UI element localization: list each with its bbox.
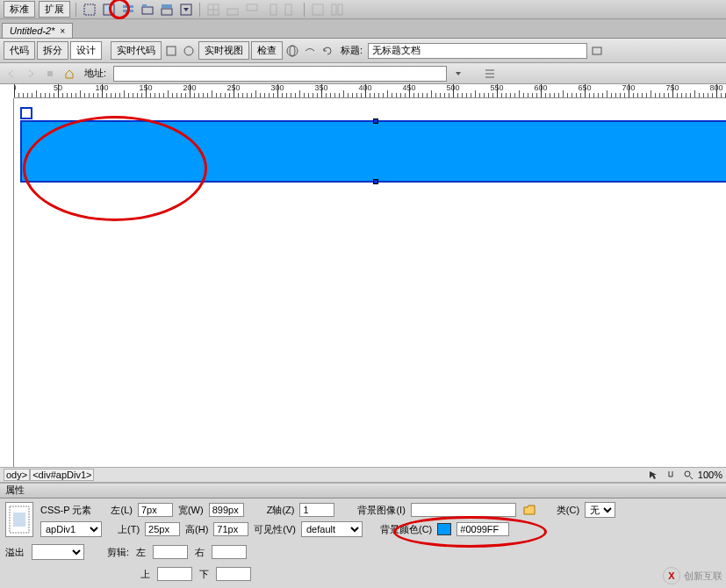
refresh-icon[interactable] — [320, 43, 335, 59]
svg-rect-17 — [313, 4, 323, 15]
standard-button[interactable]: 标准 — [4, 1, 35, 18]
split-view-button[interactable]: 拆分 — [37, 41, 68, 60]
clip-top-input[interactable] — [157, 567, 192, 581]
svg-rect-32 — [13, 513, 25, 527]
width-label: 宽(W) — [178, 504, 204, 517]
address-input[interactable] — [113, 66, 447, 82]
folder-icon[interactable] — [521, 502, 537, 518]
class-label: 类(C) — [557, 504, 579, 517]
apdiv-anchor-icon[interactable] — [20, 107, 32, 119]
globe-icon[interactable] — [284, 43, 300, 59]
clip-right-input[interactable] — [212, 545, 247, 559]
vertical-ruler — [0, 98, 14, 467]
code-view-button[interactable]: 代码 — [4, 41, 35, 60]
bgcolor-label: 背景颜色(C) — [380, 523, 432, 536]
address-dropdown-icon[interactable] — [450, 66, 466, 82]
bgimg-input[interactable] — [411, 503, 516, 517]
table-icon — [205, 2, 221, 18]
design-canvas[interactable] — [14, 98, 726, 467]
spry-collapse-icon[interactable] — [178, 2, 194, 18]
spry-accordion-icon[interactable] — [159, 2, 175, 18]
svg-rect-7 — [162, 4, 172, 8]
properties-panel-title[interactable]: 属性 — [0, 483, 726, 498]
top-input[interactable] — [145, 522, 180, 536]
design-view-button[interactable]: 设计 — [70, 41, 102, 60]
clip-bottom-label: 下 — [199, 568, 209, 581]
document-tab[interactable]: Untitled-2* × — [2, 23, 73, 38]
tag-div[interactable]: <div#apDiv1> — [30, 469, 94, 481]
design-canvas-container: 0501001502002503003504004505005506006507… — [0, 84, 726, 467]
vis-select[interactable]: default — [301, 521, 363, 537]
watermark-text: 创新互联 — [684, 570, 722, 583]
livecode-toggle-icon[interactable] — [181, 43, 197, 59]
browse-icon[interactable] — [589, 43, 605, 59]
properties-panel: CSS-P 元素 左(L) 宽(W) Z轴(Z) 背景图像(I) 类(C) 无 … — [0, 498, 726, 541]
document-toolbar: 代码 拆分 设计 实时代码 实时视图 检查 标题: — [0, 39, 726, 63]
separator — [199, 3, 200, 17]
extend-button[interactable]: 扩展 — [39, 1, 70, 18]
bgcolor-swatch[interactable] — [437, 523, 451, 535]
inspect-toggle-icon[interactable] — [163, 43, 179, 59]
element-type-label: CSS-P 元素 — [40, 504, 91, 517]
overflow-select[interactable] — [32, 544, 84, 560]
svg-rect-25 — [47, 71, 53, 76]
col-left-icon — [263, 2, 279, 18]
svg-point-29 — [685, 471, 690, 477]
resize-handle-top[interactable] — [373, 118, 378, 124]
clip-row-2: 上 下 — [0, 567, 726, 588]
clip-bottom-input[interactable] — [216, 567, 251, 581]
width-input[interactable] — [209, 503, 244, 517]
home-icon[interactable] — [61, 66, 77, 82]
resize-handle-bottom[interactable] — [373, 179, 378, 184]
z-input[interactable] — [299, 503, 334, 517]
svg-rect-5 — [142, 7, 153, 14]
spry-tabbed-icon[interactable] — [140, 2, 155, 18]
close-icon[interactable]: × — [60, 26, 65, 36]
props-row-2: apDiv1 上(T) 高(H) 可见性(V) default 背景颜色(C) — [40, 521, 721, 537]
left-label: 左(L) — [111, 504, 132, 517]
apdiv-element[interactable] — [20, 120, 726, 183]
draw-apdiv-icon[interactable] — [101, 2, 117, 18]
overflow-clip-row: 溢出 剪辑: 左 右 — [0, 541, 726, 567]
tag-body[interactable]: ody> — [4, 469, 30, 481]
list-icon[interactable] — [482, 66, 498, 82]
title-label: 标题: — [337, 44, 366, 57]
svg-rect-18 — [332, 4, 336, 15]
insert-div-icon[interactable] — [82, 2, 97, 18]
clip-top-label: 上 — [140, 568, 150, 581]
hand-icon[interactable] — [663, 467, 679, 483]
liveview-button[interactable]: 实时视图 — [198, 41, 249, 60]
svg-rect-3 — [123, 5, 133, 8]
inspect-button[interactable]: 检查 — [251, 41, 283, 60]
svg-rect-24 — [593, 47, 601, 54]
overflow-label: 溢出 — [5, 546, 25, 559]
svg-rect-6 — [142, 4, 147, 7]
bgimg-label: 背景图像(I) — [357, 504, 405, 517]
stop-icon — [42, 66, 58, 82]
height-input[interactable] — [213, 522, 248, 536]
vis-label: 可见性(V) — [254, 523, 296, 536]
zoom-level[interactable]: 100% — [698, 470, 722, 480]
left-input[interactable] — [138, 503, 173, 517]
class-select[interactable]: 无 — [585, 502, 615, 518]
svg-line-30 — [690, 477, 693, 479]
separator — [75, 3, 76, 17]
spry-menu-icon[interactable] — [120, 2, 136, 18]
zoom-icon[interactable] — [680, 467, 696, 483]
pointer-icon[interactable] — [645, 467, 661, 483]
livecode-button[interactable]: 实时代码 — [111, 41, 162, 60]
height-label: 高(H) — [185, 523, 208, 536]
clip-left-input[interactable] — [153, 545, 188, 559]
bgcolor-input[interactable] — [456, 522, 509, 536]
nav-icon[interactable] — [302, 43, 318, 59]
svg-rect-16 — [285, 4, 291, 15]
clip-label: 剪辑: — [107, 546, 129, 559]
row-below-icon — [244, 2, 260, 18]
id-select[interactable]: apDiv1 — [40, 521, 102, 537]
svg-rect-0 — [84, 4, 95, 15]
col-right-icon — [283, 2, 298, 18]
document-title-input[interactable] — [368, 43, 587, 59]
top-label: 上(T) — [118, 523, 140, 536]
z-label: Z轴(Z) — [267, 504, 295, 517]
element-type-icon — [5, 502, 33, 537]
